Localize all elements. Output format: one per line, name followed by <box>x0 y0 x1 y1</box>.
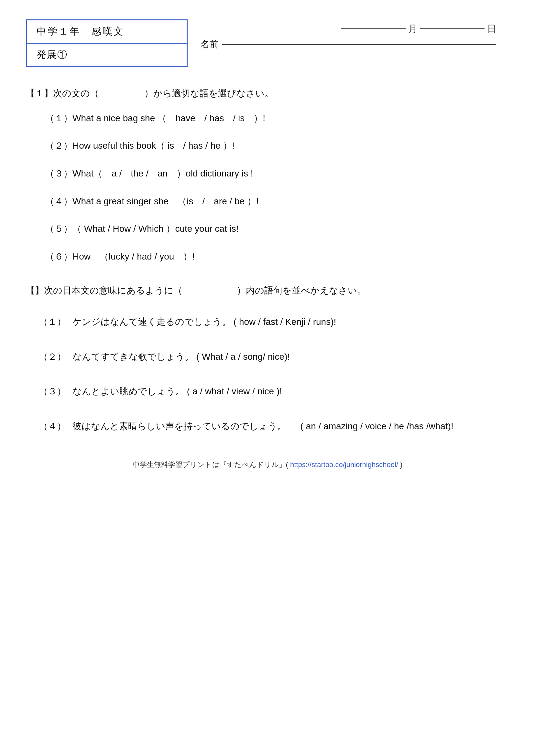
problem-num: （２） <box>45 140 72 152</box>
problem2-japanese: ケンジはなんて速く走るのでしょう。 ( how / fast / Kenji /… <box>72 314 336 330</box>
name-row: 名前 <box>201 38 509 50</box>
problem2-row: （１） ケンジはなんて速く走るのでしょう。 ( how / fast / Ken… <box>39 314 509 330</box>
problem-num: （５） <box>45 223 72 235</box>
footer-link[interactable]: https://startoo.co/juniorhighschool/ <box>290 461 398 469</box>
problem-1-5: （５） （ What / How / Which ）cute your cat … <box>26 221 509 237</box>
date-row: 月 日 <box>201 23 509 35</box>
footer: 中学生無料学習プリントは『すたぺんドリル』( https://startoo.c… <box>26 460 509 470</box>
problem-num: （６） <box>45 251 72 263</box>
problem-1-6: （６） How （lucky / had / you ）! <box>26 249 509 264</box>
problem-num: （４） <box>45 195 72 207</box>
problem-text: How useful this book（ is / has / he ）! <box>72 138 235 153</box>
section2-title: 【】次の日本文の意味にあるように（ ）内の語句を並べかえなさい。 <box>26 284 509 298</box>
problem2-row: （２） なんてすてきな歌でしょう。 ( What / a / song/ nic… <box>39 349 509 364</box>
problem2-num: （４） <box>39 420 66 432</box>
problem-text: What a great singer she （is / are / be ）… <box>72 194 259 209</box>
problem2-text: なんとよい眺めでしょう。 ( a / what / view / nice )! <box>72 384 282 399</box>
day-line <box>420 28 485 29</box>
problem-2-3: （３） なんとよい眺めでしょう。 ( a / what / view / nic… <box>26 384 509 399</box>
problem-2-4: （４） 彼はなんと素晴らしい声を持っているのでしょう。 ( an / amazi… <box>26 418 509 434</box>
footer-text-end: ) <box>400 461 402 469</box>
header-left-box: 中学１年 感嘆文 発展① <box>26 19 187 67</box>
problem2-text: なんてすてきな歌でしょう。 ( What / a / song/ nice)! <box>72 349 290 364</box>
month-label: 月 <box>408 23 417 35</box>
problem2-row: （４） 彼はなんと素晴らしい声を持っているのでしょう。 ( an / amazi… <box>39 418 509 434</box>
problem-1-4: （４） What a great singer she （is / are / … <box>26 194 509 209</box>
problem-1-3: （３） What（ a / the / an ）old dictionary i… <box>26 166 509 181</box>
problem-num: （１） <box>45 112 72 124</box>
problem2-num: （１） <box>39 316 66 328</box>
header-subtitle: 発展① <box>27 44 187 66</box>
header-right: 月 日 名前 <box>201 19 509 50</box>
footer-text: 中学生無料学習プリントは『すたぺんドリル』( <box>133 461 288 469</box>
problem-text: （ What / How / Which ）cute your cat is! <box>72 221 239 237</box>
problem-num: （３） <box>45 167 72 180</box>
section1-title: 【１】次の文の（ ）から適切な語を選びなさい。 <box>26 86 509 101</box>
problem-text: What a nice bag she （ have / has / is ）! <box>72 111 265 126</box>
problem-2-2: （２） なんてすてきな歌でしょう。 ( What / a / song/ nic… <box>26 349 509 364</box>
problem2-row: （３） なんとよい眺めでしょう。 ( a / what / view / nic… <box>39 384 509 399</box>
problem2-num: （２） <box>39 351 66 363</box>
problem-text: What（ a / the / an ）old dictionary is ! <box>72 166 253 181</box>
month-line <box>341 28 406 29</box>
section2: 【】次の日本文の意味にあるように（ ）内の語句を並べかえなさい。 （１） ケンジ… <box>26 284 509 434</box>
day-label: 日 <box>487 23 496 35</box>
name-underline <box>222 44 496 44</box>
header-title: 中学１年 感嘆文 <box>27 20 187 44</box>
problem-1-1: （１） What a nice bag she （ have / has / i… <box>26 111 509 126</box>
header: 中学１年 感嘆文 発展① 月 日 名前 <box>26 19 509 67</box>
problem-2-1: （１） ケンジはなんて速く走るのでしょう。 ( how / fast / Ken… <box>26 314 509 330</box>
problem2-text: 彼はなんと素晴らしい声を持っているのでしょう。 ( an / amazing /… <box>72 418 454 434</box>
section1: 【１】次の文の（ ）から適切な語を選びなさい。 （１） What a nice … <box>26 86 509 264</box>
month-field: 月 日 <box>201 23 496 35</box>
problem-1-2: （２） How useful this book（ is / has / he … <box>26 138 509 153</box>
name-label: 名前 <box>201 38 219 50</box>
problem-text: How （lucky / had / you ）! <box>72 249 195 264</box>
problem2-num: （３） <box>39 385 66 397</box>
